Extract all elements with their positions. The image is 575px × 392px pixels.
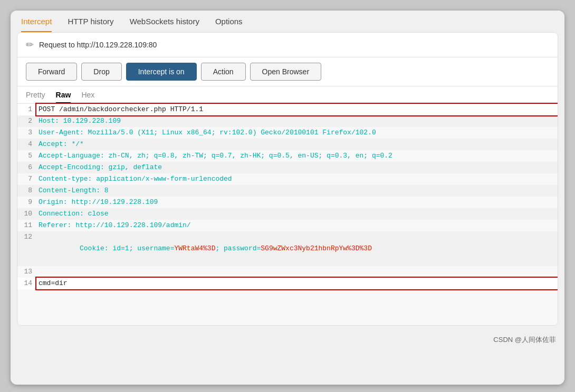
content-panel: ✏ Request to http://10.129.228.109:80 Fo… [17,32,558,326]
tab-websockets-history[interactable]: WebSockets history [130,17,199,32]
tab-http-history[interactable]: HTTP history [68,17,113,32]
forward-button[interactable]: Forward [26,63,77,81]
line-num-6: 6 [17,162,36,173]
request-line-4: 4 Accept: */* [17,139,558,150]
line-num-12: 12 [17,231,36,243]
request-line-2: 2 Host: 10.129.228.109 [17,115,558,127]
request-bar: ✏ Request to http://10.129.228.109:80 [17,33,558,57]
line-num-7: 7 [17,173,36,185]
toolbar: Forward Drop Intercept is on Action Open… [17,57,558,86]
tab-options[interactable]: Options [215,17,243,32]
request-body: 1 POST /admin/backdoorchecker.php HTTP/1… [17,104,558,325]
request-line-8: 8 Content-Length: 8 [17,185,558,197]
line-num-8: 8 [17,185,36,197]
request-line-12: 12 Cookie: id=1; username=YWRtaW4%3D; pa… [17,231,558,266]
line-num-2: 2 [17,115,36,127]
line-content-7: Content-type: application/x-www-form-url… [36,173,558,185]
line-content-1: POST /admin/backdoorchecker.php HTTP/1.1 [36,104,558,115]
line-num-10: 10 [17,208,36,220]
view-tab-raw[interactable]: Raw [56,91,71,103]
drop-button[interactable]: Drop [81,63,121,81]
line-num-11: 11 [17,220,36,231]
line-num-1: 1 [17,104,36,115]
line-content-8: Content-Length: 8 [36,185,558,197]
line-num-13: 13 [17,266,36,278]
line-content-14: cmd=dir [36,278,558,289]
line-num-14: 14 [17,278,36,289]
tab-bar: Intercept HTTP history WebSockets histor… [11,11,564,32]
view-tab-bar: Pretty Raw Hex [17,86,558,104]
pencil-icon: ✏ [26,39,34,51]
tab-intercept[interactable]: Intercept [21,17,52,32]
request-line-9: 9 Origin: http://10.129.228.109 [17,197,558,208]
request-line-6: 6 Accept-Encoding: gzip, deflate [17,162,558,173]
line-content-11: Referer: http://10.129.228.109/admin/ [36,220,558,231]
line-content-4: Accept: */* [36,139,558,150]
line-content-2: Host: 10.129.228.109 [36,115,558,127]
line-content-12: Cookie: id=1; username=YWRtaW4%3D; passw… [36,231,558,266]
request-line-13: 13 [17,266,558,278]
request-url: Request to http://10.129.228.109:80 [39,41,157,49]
line-content-10: Connection: close [36,208,558,220]
request-line-5: 5 Accept-Language: zh-CN, zh; q=0.8, zh-… [17,150,558,162]
view-tab-hex[interactable]: Hex [81,91,94,103]
request-line-11: 11 Referer: http://10.129.228.109/admin/ [17,220,558,231]
main-container: Intercept HTTP history WebSockets histor… [11,11,564,385]
request-line-1: 1 POST /admin/backdoorchecker.php HTTP/1… [17,104,558,115]
line-content-5: Accept-Language: zh-CN, zh; q=0.8, zh-TW… [36,150,558,162]
line-num-3: 3 [17,127,36,139]
request-line-14: 14 cmd=dir [17,278,558,289]
line-content-9: Origin: http://10.129.228.109 [36,197,558,208]
open-browser-button[interactable]: Open Browser [250,63,321,81]
action-button[interactable]: Action [201,63,246,81]
request-line-10: 10 Connection: close [17,208,558,220]
view-tab-pretty[interactable]: Pretty [26,91,45,103]
line-num-9: 9 [17,197,36,208]
watermark: CSDN @人间体佐菲 [11,332,564,348]
request-line-7: 7 Content-type: application/x-www-form-u… [17,173,558,185]
request-line-3: 3 User-Agent: Mozilla/5.0 (X11; Linux x8… [17,127,558,139]
line-content-3: User-Agent: Mozilla/5.0 (X11; Linux x86_… [36,127,558,139]
line-num-5: 5 [17,150,36,162]
intercept-toggle-button[interactable]: Intercept is on [126,63,197,81]
line-content-6: Accept-Encoding: gzip, deflate [36,162,558,173]
line-num-4: 4 [17,139,36,150]
